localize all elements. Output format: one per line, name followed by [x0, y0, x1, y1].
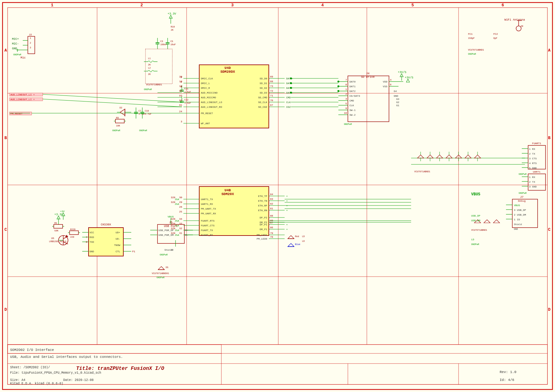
svg-text:229: 229: [70, 236, 74, 238]
svg-text:VCU7071ABND1: VCU7071ABND1: [414, 170, 430, 173]
svg-text:CKS30X: CKS30X: [101, 223, 111, 226]
svg-text:Title:  tranZPUter FusionX I/O: Title: tranZPUter FusionX I/O: [76, 366, 164, 371]
svg-text:FUART1: FUART1: [532, 142, 541, 145]
svg-text:J4: J4: [366, 72, 370, 75]
svg-text:U4D: U4D: [225, 66, 231, 70]
svg-text:10: 10: [344, 112, 347, 114]
svg-text:UART1_TX: UART1_TX: [201, 198, 213, 201]
svg-text:SD_D1: SD_D1: [260, 82, 267, 85]
svg-text:×: ×: [286, 223, 288, 226]
svg-text:UD+: UD+: [116, 231, 120, 234]
svg-text:25: 25: [179, 210, 182, 213]
svg-text:U4B: U4B: [225, 188, 231, 192]
svg-text:30: 30: [179, 196, 182, 199]
svg-text:79: 79: [270, 232, 273, 235]
svg-text:GND: GND: [89, 250, 94, 253]
svg-text:G3: G3: [396, 98, 399, 101]
svg-text:G2: G2: [396, 101, 399, 104]
svg-text:91: 91: [179, 104, 182, 107]
svg-text:U5: U5: [51, 237, 54, 240]
svg-text:2 USB_DM: 2 USB_DM: [514, 213, 526, 216]
svg-text:D-: D-: [185, 234, 188, 236]
svg-text:AUD_LINEOUT_LO: AUD_LINEOUT_LO: [201, 101, 222, 104]
svg-text:DAT0: DAT0: [349, 80, 355, 83]
svg-text:78: 78: [270, 236, 273, 238]
svg-text:81: 81: [270, 207, 273, 210]
svg-text:File: tzpuFusionX_FPGA_CPU_Mem: File: tzpuFusionX_FPGA_CPU_Memory_v1_0.k…: [10, 371, 101, 375]
svg-text:VCU7071ABND1: VCU7071ABND1: [471, 229, 487, 231]
svg-text:1: 1: [30, 37, 31, 40]
svg-text:86: 86: [270, 226, 273, 229]
svg-text:3: 3: [30, 46, 31, 49]
svg-text:GNDPwR: GNDPwR: [160, 254, 168, 256]
svg-text:DP_P2: DP_P2: [260, 216, 267, 219]
svg-text:4 RTS: 4 RTS: [529, 162, 537, 165]
svg-text:GNDPwR: GNDPwR: [157, 276, 165, 279]
svg-text:VCU7071ABND1: VCU7071ABND1: [468, 49, 484, 51]
svg-text:2K: 2K: [171, 29, 174, 31]
svg-text:DMIC_CLK: DMIC_CLK: [201, 77, 213, 80]
svg-text:CLK: CLK: [349, 104, 354, 107]
svg-text:67: 67: [270, 104, 273, 107]
svg-text:WiFi Antenna: WiFi Antenna: [504, 18, 525, 21]
svg-text:Shield: Shield: [164, 249, 172, 251]
svg-text:PM_RESET: PM_RESET: [201, 112, 213, 115]
svg-point-453: [290, 87, 292, 89]
svg-text:PM_UART_RX: PM_UART_RX: [201, 212, 216, 215]
svg-text:9: 9: [345, 107, 347, 110]
svg-text:R229: R229: [70, 228, 76, 231]
svg-point-455: [337, 81, 339, 83]
svg-text:VBUS: VBUS: [168, 215, 174, 218]
svg-text:24: 24: [179, 110, 182, 113]
svg-text:+3V: +3V: [60, 210, 65, 213]
svg-text:MIC+: MIC+: [12, 38, 19, 41]
svg-text:Date: 2020-12-08: Date: 2020-12-08: [63, 378, 94, 382]
svg-text:C12: C12: [184, 99, 188, 101]
svg-text:TNOW: TNOW: [114, 244, 120, 247]
svg-text:×: ×: [286, 228, 288, 231]
svg-text:2K: 2K: [148, 73, 151, 76]
svg-text:PM_UART_TX: PM_UART_TX: [201, 207, 216, 210]
svg-text:5: 5: [345, 102, 347, 105]
svg-text:1 RX: 1 RX: [529, 176, 535, 179]
svg-text:USB_DM: USB_DM: [471, 219, 480, 222]
svg-text:32: 32: [179, 227, 182, 230]
svg-text:DM_P1: DM_P1: [260, 228, 267, 231]
svg-text:KiCad E.D.A.  kicad (6.0.6-0): KiCad E.D.A. kicad (6.0.6-0): [10, 382, 63, 385]
svg-text:26: 26: [179, 205, 182, 208]
svg-text:R9: R9: [116, 117, 119, 119]
svg-text:UART1_RX: UART1_RX: [201, 203, 213, 205]
svg-text:CDZ: CDZ: [286, 106, 291, 108]
svg-text:GNDPwR: GNDPwR: [13, 53, 22, 56]
svg-text:LRB5295-30TLG: LRB5295-30TLG: [49, 240, 66, 243]
svg-text:D: D: [548, 307, 551, 312]
svg-text:D2: D2: [120, 107, 122, 109]
svg-text:G4: G4: [394, 90, 397, 93]
svg-text:328: 328: [171, 201, 176, 204]
svg-text:DAT2: DAT2: [349, 90, 355, 93]
svg-text:CLK: CLK: [286, 101, 291, 104]
svg-text:2 TX: 2 TX: [529, 152, 535, 155]
svg-text:MIC-: MIC-: [12, 42, 19, 46]
svg-text:Size: A4: Size: A4: [10, 378, 25, 382]
svg-point-456: [337, 85, 339, 87]
svg-text:AUD_LINEOUT_LI  +: AUD_LINEOUT_LI +: [10, 93, 35, 96]
svg-text:WF_ANT: WF_ANT: [201, 122, 210, 125]
svg-text:C7: C7: [139, 110, 141, 112]
svg-text:SW-2: SW-2: [349, 113, 355, 116]
svg-text:2: 2: [345, 93, 347, 95]
svg-text:SD_D2: SD_D2: [260, 87, 267, 89]
svg-text:83: 83: [270, 198, 273, 200]
svg-text:GND: GND: [394, 95, 398, 97]
svg-text:GND: GND: [12, 47, 17, 50]
svg-text:C: C: [4, 227, 7, 232]
svg-text:J7: J7: [520, 196, 524, 199]
svg-text:3: 3: [181, 120, 182, 123]
svg-text:4: 4: [390, 78, 392, 81]
svg-text:SD_CMD: SD_CMD: [258, 96, 267, 99]
svg-text:SD_D0: SD_D0: [260, 77, 267, 80]
svg-text:USB_DP: USB_DP: [471, 214, 480, 217]
svg-text:4: 4: [321, 3, 324, 8]
svg-text:C5: C5: [170, 40, 173, 43]
svg-text:A: A: [4, 48, 7, 53]
